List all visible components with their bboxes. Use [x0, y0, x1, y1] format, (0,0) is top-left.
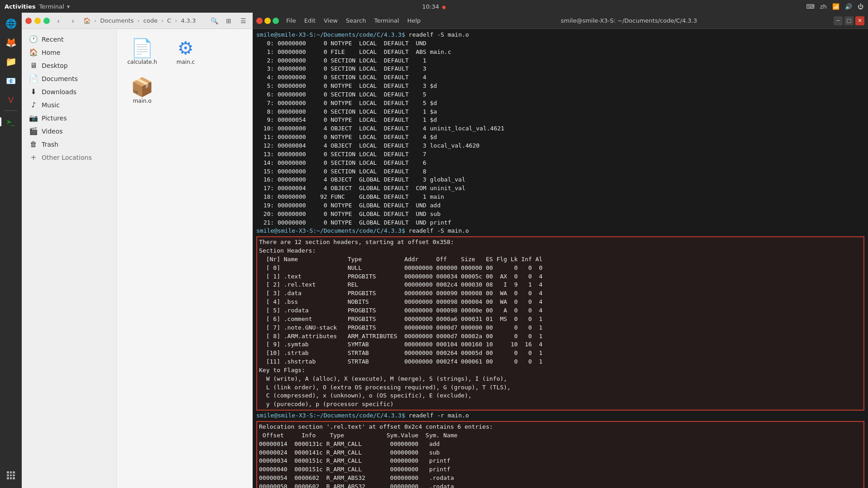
- term-btn-2[interactable]: □: [844, 16, 854, 25]
- section-headers-intro: There are 12 section headers, starting a…: [259, 238, 862, 247]
- third-prompt-line: smile@smile-X3-S:~/Documents/code/C/4.3.…: [256, 411, 864, 420]
- fm-maximize-btn[interactable]: [43, 18, 50, 24]
- section-headers-rows: [ 0] NULL 00000000 000000 000000 00 0 0 …: [259, 264, 862, 366]
- sidebar-item-documents[interactable]: 📄 Documents: [24, 72, 115, 85]
- sidebar-label-desktop: Desktop: [42, 62, 68, 69]
- fm-menu-btn[interactable]: ☰: [237, 15, 249, 27]
- term-close-btn[interactable]: [256, 18, 263, 24]
- sidebar-item-pictures[interactable]: 📷 Pictures: [24, 111, 115, 124]
- dock: 🌐 🦊 📁 📧 V >_: [0, 13, 22, 488]
- menu-view[interactable]: View: [320, 17, 341, 24]
- menu-file[interactable]: File: [283, 17, 300, 24]
- file-name-main-o: main.o: [133, 98, 151, 104]
- dock-item-chrome[interactable]: 🌐: [2, 14, 20, 33]
- system-bar: Activities Terminal ▾ 10:34 ● ⌨ zh 📶 🔊 ⏻: [0, 0, 868, 13]
- sidebar-item-videos[interactable]: 🎬 Videos: [24, 124, 115, 138]
- music-icon: ♪: [29, 100, 38, 109]
- relocation-block: Relocation section '.rel.text' at offset…: [256, 421, 864, 488]
- volume-icon[interactable]: 🔊: [845, 3, 852, 10]
- fm-close-btn[interactable]: [25, 18, 32, 24]
- vmware-icon: V: [8, 95, 14, 105]
- sidebar-label-other: Other Locations: [42, 154, 92, 161]
- sidebar-label-music: Music: [42, 101, 60, 109]
- breadcrumb-code[interactable]: code: [142, 16, 159, 25]
- dock-item-files[interactable]: 📁: [2, 53, 20, 71]
- menu-search[interactable]: Search: [342, 17, 370, 24]
- sidebar-item-downloads[interactable]: ⬇ Downloads: [24, 85, 115, 98]
- sidebar-label-videos: Videos: [42, 128, 63, 135]
- breadcrumb-documents[interactable]: Documents: [98, 16, 135, 25]
- power-icon[interactable]: ⏻: [858, 3, 863, 10]
- section-headers-col-header: [Nr] Name Type Addr Off Size ES Flg Lk I…: [259, 255, 862, 264]
- relocation-header: Offset Info Type Sym.Value Sym. Name: [259, 431, 862, 440]
- term-btn-3[interactable]: ✕: [855, 16, 864, 25]
- dock-item-show-apps[interactable]: [2, 466, 20, 484]
- term-maximize-btn[interactable]: [273, 18, 279, 24]
- dock-item-terminal[interactable]: >_: [2, 113, 20, 131]
- breadcrumb-home[interactable]: 🏠: [82, 16, 92, 25]
- breadcrumb-c[interactable]: C: [165, 16, 173, 25]
- relocation-intro: Relocation section '.rel.text' at offset…: [259, 423, 862, 431]
- files-icon: 📁: [5, 56, 17, 67]
- recent-icon: 🕐: [29, 35, 38, 43]
- file-item-main-o[interactable]: 📦 main.o: [124, 75, 160, 107]
- fm-forward-btn[interactable]: ›: [67, 15, 79, 27]
- sidebar-item-trash[interactable]: 🗑 Trash: [24, 138, 115, 151]
- breadcrumb-version[interactable]: 4.3.3: [179, 16, 197, 25]
- layout-indicator[interactable]: zh: [820, 3, 827, 10]
- evolution-icon: 📧: [6, 76, 16, 86]
- menu-terminal[interactable]: Terminal: [370, 17, 403, 24]
- file-item-main-c[interactable]: ⚙ main.c: [168, 36, 204, 68]
- add-location-icon: +: [29, 153, 38, 162]
- sidebar-label-documents: Documents: [42, 75, 78, 82]
- relocation-rows: 00000014 0000131c R_ARM_CALL 00000000 ad…: [259, 440, 862, 488]
- sidebar-item-home[interactable]: 🏠 Home: [24, 46, 115, 59]
- trash-icon: 🗑: [29, 140, 38, 148]
- fm-content: 🕐 Recent 🏠 Home 🖥 Desktop 📄 Documents ⬇: [22, 29, 253, 488]
- main-o-icon: 📦: [131, 78, 153, 96]
- dock-item-vmware[interactable]: V: [2, 91, 20, 109]
- firefox-icon: 🦊: [5, 37, 17, 48]
- term-window-title: smile@smile-X3-S: ~/Documents/code/C/4.3…: [428, 17, 830, 24]
- file-name-calculate-h: calculate.h: [127, 59, 157, 65]
- fm-minimize-btn[interactable]: [34, 18, 41, 24]
- terminal-app-label[interactable]: Terminal ▾: [39, 3, 70, 10]
- terminal-icon: >_: [7, 118, 15, 125]
- dock-item-evolution[interactable]: 📧: [2, 72, 20, 90]
- menu-help[interactable]: Help: [403, 17, 424, 24]
- sidebar-label-home: Home: [42, 49, 60, 56]
- terminal-window: File Edit View Search Terminal Help smil…: [253, 13, 868, 488]
- term-content[interactable]: smile@smile-X3-S:~/Documents/code/C/4.3.…: [253, 29, 868, 488]
- fm-back-btn[interactable]: ‹: [53, 15, 64, 27]
- fm-search-btn[interactable]: 🔍: [208, 15, 220, 27]
- pictures-icon: 📷: [29, 114, 38, 122]
- sidebar-label-downloads: Downloads: [42, 88, 77, 96]
- fm-view-toggle-btn[interactable]: ⊞: [223, 15, 235, 27]
- system-time: 10:34: [422, 3, 439, 10]
- show-apps-icon: [7, 471, 15, 479]
- keyboard-icon[interactable]: ⌨: [806, 3, 815, 10]
- dock-item-firefox[interactable]: 🦊: [2, 33, 20, 52]
- key-to-flags: Key to Flags: W (write), A (alloc), X (e…: [259, 366, 862, 409]
- sidebar-item-recent[interactable]: 🕐 Recent: [24, 33, 115, 46]
- fm-titlebar: ‹ › 🏠 › Documents › code › C › 4.3.3 🔍 ⊞…: [22, 13, 253, 29]
- dock-separator: [5, 110, 17, 111]
- symbol-table-output: smile@smile-X3-S:~/Documents/code/C/4.3.…: [256, 31, 864, 227]
- sidebar-label-pictures: Pictures: [42, 115, 67, 122]
- section-headers-title: Section Headers:: [259, 247, 862, 255]
- downloads-icon: ⬇: [29, 87, 38, 96]
- section-headers-block: There are 12 section headers, starting a…: [256, 236, 864, 411]
- activities-label[interactable]: Activities: [5, 3, 36, 10]
- documents-icon: 📄: [29, 74, 38, 83]
- fm-sidebar: 🕐 Recent 🏠 Home 🖥 Desktop 📄 Documents ⬇: [22, 29, 117, 488]
- desktop-icon: 🖥: [29, 61, 38, 70]
- term-minimize-btn[interactable]: [264, 18, 271, 24]
- sidebar-item-other[interactable]: + Other Locations: [24, 151, 115, 164]
- sidebar-item-music[interactable]: ♪ Music: [24, 98, 115, 111]
- term-btn-1[interactable]: ─: [834, 16, 843, 25]
- wifi-icon[interactable]: 📶: [832, 3, 839, 10]
- sidebar-label-trash: Trash: [42, 141, 58, 148]
- menu-edit[interactable]: Edit: [301, 17, 319, 24]
- sidebar-item-desktop[interactable]: 🖥 Desktop: [24, 59, 115, 72]
- file-item-calculate-h[interactable]: 📄 calculate.h: [124, 36, 160, 68]
